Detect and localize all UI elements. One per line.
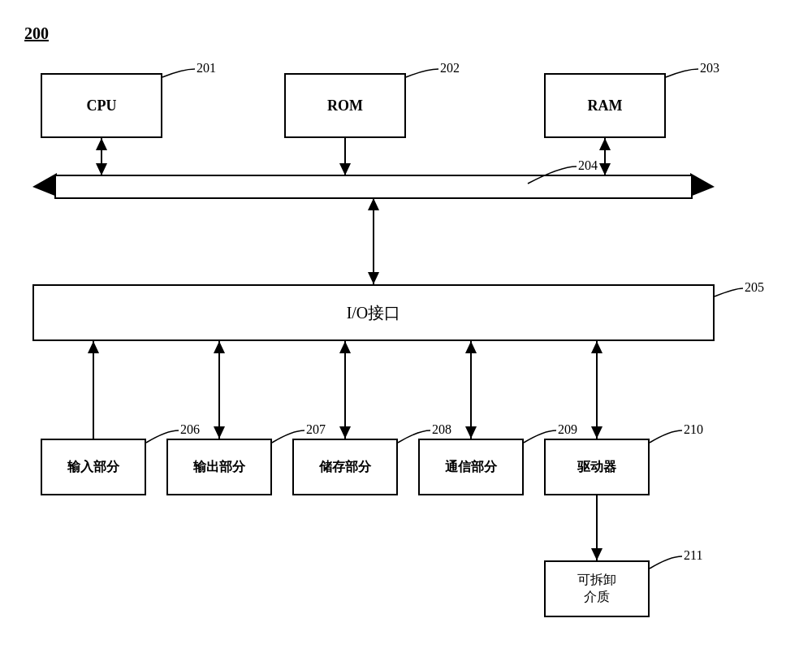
svg-text:204: 204 xyxy=(578,158,598,172)
svg-marker-25 xyxy=(88,341,99,353)
svg-marker-17 xyxy=(339,163,351,175)
cpu-box: CPU xyxy=(41,73,162,138)
diagram-container: 200 CPU ROM RAM I/O接口 输入部分 输出部分 储存部分 通信部… xyxy=(24,24,771,642)
figure-label: 200 xyxy=(24,24,49,43)
svg-text:207: 207 xyxy=(306,422,326,436)
svg-marker-37 xyxy=(591,426,603,439)
svg-marker-31 xyxy=(339,426,351,439)
storage-box: 储存部分 xyxy=(292,439,398,495)
svg-marker-28 xyxy=(214,426,225,439)
svg-marker-20 xyxy=(599,163,611,175)
media-box: 可拆卸介质 xyxy=(544,560,650,617)
svg-marker-7 xyxy=(32,173,57,197)
svg-marker-14 xyxy=(96,138,107,150)
svg-text:202: 202 xyxy=(440,61,460,75)
svg-marker-19 xyxy=(599,138,611,150)
comm-box: 通信部分 xyxy=(418,439,524,495)
svg-text:206: 206 xyxy=(180,422,200,436)
svg-marker-36 xyxy=(591,341,603,353)
svg-marker-8 xyxy=(690,173,715,197)
svg-text:211: 211 xyxy=(684,548,702,562)
svg-marker-27 xyxy=(214,341,225,353)
svg-marker-34 xyxy=(465,426,477,439)
output-box: 输出部分 xyxy=(166,439,272,495)
svg-marker-23 xyxy=(368,272,379,284)
svg-rect-9 xyxy=(55,175,692,198)
svg-marker-22 xyxy=(368,198,379,210)
rom-box: ROM xyxy=(284,73,406,138)
input-box: 输入部分 xyxy=(41,439,146,495)
svg-text:203: 203 xyxy=(700,61,719,75)
svg-text:210: 210 xyxy=(684,422,703,436)
svg-text:208: 208 xyxy=(432,422,451,436)
svg-marker-39 xyxy=(591,548,603,560)
svg-text:209: 209 xyxy=(558,422,577,436)
svg-text:205: 205 xyxy=(745,280,764,294)
svg-text:201: 201 xyxy=(197,61,216,75)
ram-box: RAM xyxy=(544,73,666,138)
svg-marker-33 xyxy=(465,341,477,353)
io-box: I/O接口 xyxy=(32,284,715,341)
driver-box: 驱动器 xyxy=(544,439,650,495)
svg-marker-30 xyxy=(339,341,351,353)
svg-marker-15 xyxy=(96,163,107,175)
